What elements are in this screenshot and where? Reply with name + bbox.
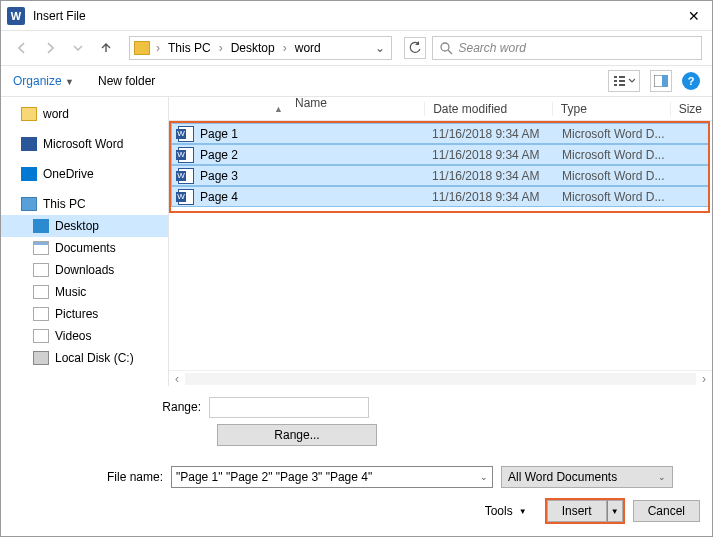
documents-icon (33, 241, 49, 255)
range-label: Range: (13, 400, 209, 414)
tree-item-videos[interactable]: Videos (1, 325, 168, 347)
svg-rect-6 (619, 80, 625, 82)
tree-item-pictures[interactable]: Pictures (1, 303, 168, 325)
preview-pane-button[interactable] (650, 70, 672, 92)
refresh-button[interactable] (404, 37, 426, 59)
search-placeholder: Search word (459, 41, 526, 55)
word-doc-icon (178, 189, 194, 205)
svg-point-0 (441, 43, 449, 51)
cancel-button[interactable]: Cancel (633, 500, 700, 522)
h-scrollbar[interactable]: ‹ › (169, 370, 712, 386)
chevron-down-icon[interactable]: ⌄ (480, 472, 488, 482)
close-icon[interactable]: ✕ (684, 8, 704, 24)
tree-item-word[interactable]: word (1, 103, 168, 125)
folder-icon (134, 41, 150, 55)
scroll-track[interactable] (185, 373, 696, 385)
file-rows: Page 111/16/2018 9:34 AMMicrosoft Word D… (169, 121, 712, 209)
new-folder-button[interactable]: New folder (98, 74, 155, 88)
tools-menu[interactable]: Tools ▼ (485, 504, 527, 518)
tree-item-msword[interactable]: Microsoft Word (1, 133, 168, 155)
chevron-down-icon: ⌄ (658, 472, 666, 482)
onedrive-icon (21, 167, 37, 181)
chevron-down-icon[interactable]: ⌄ (371, 41, 389, 55)
svg-rect-7 (619, 84, 625, 86)
disk-icon (33, 351, 49, 365)
sort-asc-icon: ▲ (274, 104, 283, 114)
tree-item-desktop[interactable]: Desktop (1, 215, 168, 237)
column-headers: ▲Name Date modified Type Size (169, 97, 712, 121)
help-button[interactable]: ? (682, 72, 700, 90)
pc-icon (21, 197, 37, 211)
svg-rect-2 (614, 76, 617, 78)
file-row[interactable]: Page 311/16/2018 9:34 AMMicrosoft Word D… (171, 165, 710, 186)
organize-menu[interactable]: Organize ▼ (13, 74, 74, 88)
bottom-panel: Range: Range... File name: "Page 1" "Pag… (1, 386, 712, 536)
breadcrumb-word[interactable]: word (293, 41, 323, 55)
chevron-down-icon: ▼ (65, 77, 74, 87)
word-icon (21, 137, 37, 151)
word-doc-icon (178, 126, 194, 142)
range-button[interactable]: Range... (217, 424, 377, 446)
search-icon (439, 41, 453, 55)
forward-button[interactable] (39, 37, 61, 59)
recent-dropdown-icon[interactable] (67, 37, 89, 59)
navbar: › This PC › Desktop › word ⌄ Search word (1, 31, 712, 65)
music-icon (33, 285, 49, 299)
chevron-right-icon[interactable]: › (215, 41, 227, 55)
folder-icon (21, 107, 37, 121)
search-input[interactable]: Search word (432, 36, 703, 60)
scroll-right-icon[interactable]: › (696, 372, 712, 386)
file-list-pane: ▲Name Date modified Type Size Page 111/1… (169, 97, 712, 386)
titlebar: W Insert File ✕ (1, 1, 712, 31)
breadcrumb-root[interactable]: This PC (166, 41, 213, 55)
pictures-icon (33, 307, 49, 321)
svg-rect-3 (614, 80, 617, 82)
up-button[interactable] (95, 37, 117, 59)
chevron-down-icon: ▼ (611, 507, 619, 516)
file-row[interactable]: Page 111/16/2018 9:34 AMMicrosoft Word D… (171, 123, 710, 144)
filename-value: "Page 1" "Page 2" "Page 3" "Page 4" (176, 470, 372, 484)
scroll-left-icon[interactable]: ‹ (169, 372, 185, 386)
chevron-down-icon: ▼ (519, 507, 527, 516)
insert-file-dialog: W Insert File ✕ › This PC › Desktop › wo… (0, 0, 713, 537)
word-doc-icon (178, 168, 194, 184)
desktop-icon (33, 219, 49, 233)
svg-rect-9 (662, 75, 668, 87)
col-name[interactable]: ▲Name (169, 102, 424, 116)
insert-dropdown[interactable]: ▼ (607, 500, 623, 522)
filename-label: File name: (13, 470, 163, 484)
tree-item-thispc[interactable]: This PC (1, 193, 168, 215)
chevron-right-icon[interactable]: › (279, 41, 291, 55)
toolbar: Organize ▼ New folder ? (1, 65, 712, 97)
word-doc-icon (178, 147, 194, 163)
window-title: Insert File (33, 9, 684, 23)
col-size[interactable]: Size (670, 102, 712, 116)
file-type-filter[interactable]: All Word Documents ⌄ (501, 466, 673, 488)
insert-highlight: Insert ▼ (545, 498, 625, 524)
tree-item-localdisk[interactable]: Local Disk (C:) (1, 347, 168, 369)
file-row[interactable]: Page 211/16/2018 9:34 AMMicrosoft Word D… (171, 144, 710, 165)
col-date[interactable]: Date modified (424, 102, 552, 116)
svg-line-1 (448, 50, 452, 54)
file-row[interactable]: Page 411/16/2018 9:34 AMMicrosoft Word D… (171, 186, 710, 207)
filename-input[interactable]: "Page 1" "Page 2" "Page 3" "Page 4" ⌄ (171, 466, 493, 488)
tree-item-onedrive[interactable]: OneDrive (1, 163, 168, 185)
downloads-icon (33, 263, 49, 277)
back-button[interactable] (11, 37, 33, 59)
range-display (209, 397, 369, 418)
videos-icon (33, 329, 49, 343)
nav-tree: word Microsoft Word OneDrive This PC Des… (1, 97, 169, 386)
insert-button[interactable]: Insert (547, 500, 607, 522)
view-options-button[interactable] (608, 70, 640, 92)
col-type[interactable]: Type (552, 102, 670, 116)
chevron-right-icon[interactable]: › (152, 41, 164, 55)
tree-item-downloads[interactable]: Downloads (1, 259, 168, 281)
tree-item-music[interactable]: Music (1, 281, 168, 303)
tree-item-documents[interactable]: Documents (1, 237, 168, 259)
word-app-icon: W (7, 7, 25, 25)
breadcrumb-desktop[interactable]: Desktop (229, 41, 277, 55)
svg-rect-4 (614, 84, 617, 86)
svg-rect-5 (619, 76, 625, 78)
breadcrumb[interactable]: › This PC › Desktop › word ⌄ (129, 36, 392, 60)
